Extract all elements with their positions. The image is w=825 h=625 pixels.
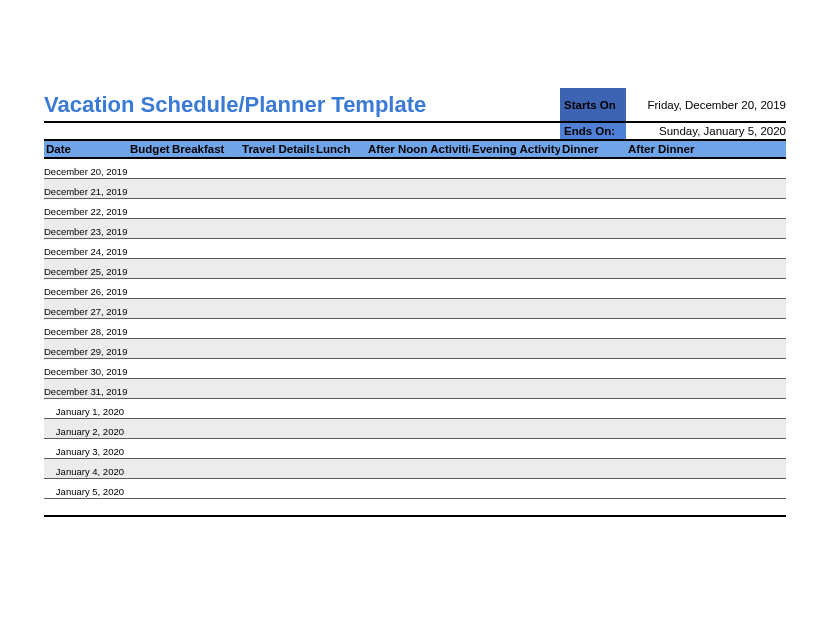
- empty-cell[interactable]: [626, 278, 786, 298]
- empty-cell[interactable]: [560, 478, 626, 498]
- date-cell[interactable]: December 30, 2019: [44, 358, 128, 378]
- empty-cell[interactable]: [560, 258, 626, 278]
- empty-cell[interactable]: [626, 418, 786, 438]
- date-cell[interactable]: December 21, 2019: [44, 178, 128, 198]
- date-cell[interactable]: January 3, 2020: [44, 438, 128, 458]
- empty-cell[interactable]: [560, 378, 626, 398]
- empty-cell[interactable]: [170, 378, 240, 398]
- table-row[interactable]: January 5, 2020: [44, 478, 786, 498]
- table-row[interactable]: December 31, 2019: [44, 378, 786, 398]
- empty-cell[interactable]: [170, 318, 240, 338]
- empty-cell[interactable]: [170, 478, 240, 498]
- empty-cell[interactable]: [470, 378, 560, 398]
- empty-cell[interactable]: [170, 178, 240, 198]
- empty-cell[interactable]: [128, 198, 170, 218]
- empty-cell[interactable]: [626, 358, 786, 378]
- empty-cell[interactable]: [470, 458, 560, 478]
- empty-cell[interactable]: [366, 178, 470, 198]
- date-cell[interactable]: January 4, 2020: [44, 458, 128, 478]
- empty-cell[interactable]: [128, 478, 170, 498]
- empty-cell[interactable]: [240, 398, 314, 418]
- empty-cell[interactable]: [626, 298, 786, 318]
- empty-cell[interactable]: [240, 458, 314, 478]
- empty-cell[interactable]: [626, 478, 786, 498]
- empty-cell[interactable]: [314, 298, 366, 318]
- empty-cell[interactable]: [170, 158, 240, 178]
- empty-cell[interactable]: [470, 418, 560, 438]
- empty-cell[interactable]: [470, 198, 560, 218]
- empty-cell[interactable]: [314, 418, 366, 438]
- empty-cell[interactable]: [170, 258, 240, 278]
- empty-cell[interactable]: [626, 318, 786, 338]
- empty-cell[interactable]: [240, 258, 314, 278]
- empty-cell[interactable]: [626, 178, 786, 198]
- table-row[interactable]: December 27, 2019: [44, 298, 786, 318]
- empty-cell[interactable]: [366, 198, 470, 218]
- empty-cell[interactable]: [560, 158, 626, 178]
- empty-cell[interactable]: [626, 458, 786, 478]
- date-cell[interactable]: December 23, 2019: [44, 218, 128, 238]
- empty-cell[interactable]: [626, 438, 786, 458]
- empty-cell[interactable]: [128, 178, 170, 198]
- empty-cell[interactable]: [314, 438, 366, 458]
- empty-cell[interactable]: [128, 438, 170, 458]
- date-cell[interactable]: December 27, 2019: [44, 298, 128, 318]
- empty-cell[interactable]: [366, 358, 470, 378]
- table-row[interactable]: December 25, 2019: [44, 258, 786, 278]
- table-row[interactable]: December 26, 2019: [44, 278, 786, 298]
- empty-cell[interactable]: [470, 478, 560, 498]
- date-cell[interactable]: December 31, 2019: [44, 378, 128, 398]
- empty-cell[interactable]: [366, 458, 470, 478]
- empty-cell[interactable]: [560, 358, 626, 378]
- empty-cell[interactable]: [128, 238, 170, 258]
- empty-cell[interactable]: [366, 238, 470, 258]
- empty-cell[interactable]: [240, 158, 314, 178]
- empty-cell[interactable]: [128, 418, 170, 438]
- empty-cell[interactable]: [470, 338, 560, 358]
- empty-cell[interactable]: [170, 278, 240, 298]
- empty-cell[interactable]: [170, 298, 240, 318]
- empty-cell[interactable]: [626, 338, 786, 358]
- empty-cell[interactable]: [240, 218, 314, 238]
- empty-cell[interactable]: [240, 238, 314, 258]
- empty-cell[interactable]: [560, 438, 626, 458]
- date-cell[interactable]: December 28, 2019: [44, 318, 128, 338]
- empty-cell[interactable]: [314, 358, 366, 378]
- date-cell[interactable]: January 2, 2020: [44, 418, 128, 438]
- empty-cell[interactable]: [314, 158, 366, 178]
- empty-cell[interactable]: [560, 458, 626, 478]
- empty-cell[interactable]: [128, 358, 170, 378]
- empty-cell[interactable]: [314, 378, 366, 398]
- empty-cell[interactable]: [560, 338, 626, 358]
- empty-cell[interactable]: [128, 398, 170, 418]
- empty-cell[interactable]: [240, 438, 314, 458]
- empty-cell[interactable]: [470, 218, 560, 238]
- empty-cell[interactable]: [314, 338, 366, 358]
- table-row[interactable]: December 21, 2019: [44, 178, 786, 198]
- empty-cell[interactable]: [366, 318, 470, 338]
- empty-cell[interactable]: [314, 318, 366, 338]
- table-row[interactable]: December 23, 2019: [44, 218, 786, 238]
- empty-cell[interactable]: [314, 218, 366, 238]
- empty-cell[interactable]: [314, 458, 366, 478]
- empty-cell[interactable]: [470, 318, 560, 338]
- empty-cell[interactable]: [366, 438, 470, 458]
- empty-cell[interactable]: [128, 218, 170, 238]
- empty-cell[interactable]: [128, 258, 170, 278]
- date-cell[interactable]: December 29, 2019: [44, 338, 128, 358]
- empty-cell[interactable]: [240, 318, 314, 338]
- table-row[interactable]: December 29, 2019: [44, 338, 786, 358]
- empty-cell[interactable]: [470, 178, 560, 198]
- empty-cell[interactable]: [128, 298, 170, 318]
- empty-cell[interactable]: [470, 358, 560, 378]
- date-cell[interactable]: December 25, 2019: [44, 258, 128, 278]
- empty-cell[interactable]: [240, 338, 314, 358]
- empty-cell[interactable]: [470, 298, 560, 318]
- table-row[interactable]: January 3, 2020: [44, 438, 786, 458]
- table-row[interactable]: December 24, 2019: [44, 238, 786, 258]
- empty-cell[interactable]: [626, 158, 786, 178]
- table-row[interactable]: December 20, 2019: [44, 158, 786, 178]
- empty-cell[interactable]: [626, 198, 786, 218]
- empty-cell[interactable]: [314, 278, 366, 298]
- empty-cell[interactable]: [560, 398, 626, 418]
